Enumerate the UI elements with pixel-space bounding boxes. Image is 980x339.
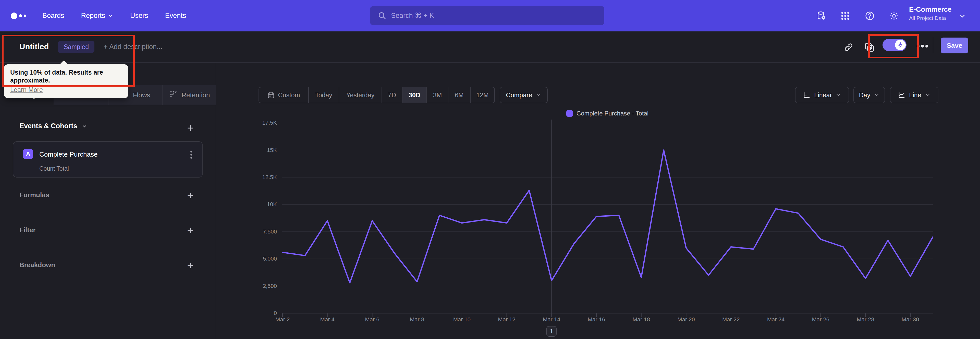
x-tick-label: Mar 4 (312, 316, 343, 323)
x-tick-label: Mar 24 (760, 316, 791, 323)
chevron-down-icon (925, 92, 931, 98)
event-card[interactable]: A Complete Purchase Count Total (13, 141, 203, 177)
y-tick-label: 5,000 (218, 256, 277, 262)
tab-label: Retention (181, 91, 210, 99)
sampling-toggle[interactable] (883, 39, 907, 51)
range-label: 7D (388, 91, 396, 99)
y-tick-label: 15K (218, 147, 277, 154)
range-6m[interactable]: 6M (449, 87, 471, 103)
x-tick-label: Mar 18 (626, 316, 657, 323)
nav-item-reports[interactable]: Reports (81, 12, 114, 20)
nav-item-label: Boards (42, 12, 64, 20)
range-3m[interactable]: 3M (427, 87, 449, 103)
sampled-badge[interactable]: Sampled (58, 41, 94, 53)
x-tick-label: Mar 8 (402, 316, 432, 323)
interval-dropdown[interactable]: Day (853, 87, 885, 103)
nav-item-boards[interactable]: Boards (42, 12, 64, 20)
date-range-selector: CustomTodayYesterday7D30D3M6M12M (259, 87, 495, 103)
interval-label: Day (859, 91, 870, 99)
chevron-down-icon (108, 13, 113, 19)
x-tick-label: Mar 6 (357, 316, 387, 323)
report-toolbar: Untitled Sampled + Add description... Sa… (0, 31, 980, 62)
chart-type-dropdown[interactable]: Line (890, 87, 939, 103)
search-icon (378, 11, 387, 20)
chart-type-label: Line (909, 91, 921, 99)
top-nav: BoardsReportsUsersEvents Search ⌘ + K E-… (0, 0, 980, 31)
range-custom[interactable]: Custom (259, 87, 309, 103)
event-letter-badge: A (23, 149, 33, 159)
x-tick-label: Mar 30 (895, 316, 926, 323)
range-7d[interactable]: 7D (382, 87, 402, 103)
line-chart-plot[interactable] (282, 118, 933, 319)
x-tick-label: Mar 14 (536, 316, 567, 323)
section-breakdown: Breakdown+ (0, 259, 216, 273)
app-window: BoardsReportsUsersEvents Search ⌘ + K E-… (0, 0, 980, 339)
y-tick-label: 2,500 (218, 283, 277, 289)
x-tick-label: Mar 16 (581, 316, 612, 323)
add-event-button[interactable]: + (185, 122, 196, 134)
range-yesterday[interactable]: Yesterday (339, 87, 382, 103)
range-label: Custom (278, 91, 300, 99)
y-tick-label: 0 (218, 310, 277, 317)
range-12m[interactable]: 12M (471, 87, 494, 103)
event-metric[interactable]: Count Total (39, 165, 69, 172)
line-chart-icon (898, 91, 905, 99)
event-menu-icon[interactable] (189, 150, 193, 160)
x-tick-label: Mar 22 (716, 316, 746, 323)
y-tick-label: 17.5K (218, 120, 277, 126)
range-today[interactable]: Today (309, 87, 339, 103)
add-description[interactable]: + Add description... (103, 43, 162, 51)
range-30d[interactable]: 30D (402, 87, 427, 103)
sampling-tooltip: Using 10% of data. Results are approxima… (4, 64, 128, 98)
retention-icon (169, 90, 178, 101)
y-tick-label: 10K (218, 201, 277, 208)
series-line[interactable] (283, 150, 933, 283)
save-button[interactable]: Save (941, 38, 968, 53)
project-switcher[interactable]: E-Commerce All Project Data (909, 6, 952, 21)
x-tick-label: Mar 26 (805, 316, 836, 323)
tab-label: Flows (133, 91, 150, 99)
nav-item-events[interactable]: Events (165, 12, 186, 20)
compare-dropdown[interactable]: Compare (500, 87, 548, 103)
report-title[interactable]: Untitled (19, 42, 49, 51)
range-label: 6M (455, 91, 464, 99)
help-icon[interactable] (865, 11, 875, 21)
add-filter-button[interactable]: + (185, 225, 196, 236)
project-name: E-Commerce (909, 6, 952, 14)
section-label: Filter (19, 226, 36, 234)
events-cohorts-header[interactable]: Events & Cohorts (19, 122, 88, 130)
legend-swatch (566, 110, 573, 117)
y-tick-label: 12.5K (218, 174, 277, 181)
x-tick-label: Mar 10 (447, 316, 477, 323)
event-name: Complete Purchase (39, 150, 97, 158)
mixpanel-logo-icon[interactable] (11, 13, 26, 19)
annotation-marker[interactable]: 1 (546, 326, 557, 337)
chevron-down-icon[interactable] (959, 12, 966, 20)
range-label: Yesterday (346, 91, 374, 99)
settings-gear-icon[interactable] (889, 11, 899, 21)
chevron-down-icon (874, 92, 880, 98)
scale-dropdown[interactable]: Linear (795, 87, 849, 103)
range-label: Today (315, 91, 332, 99)
events-cohorts-label: Events & Cohorts (19, 122, 77, 130)
x-tick-label: Mar 20 (671, 316, 701, 323)
range-label: 30D (409, 91, 420, 99)
section-formulas: Formulas+ (0, 189, 216, 203)
more-options-icon[interactable] (917, 45, 928, 48)
legend-item[interactable]: Complete Purchase - Total (282, 110, 933, 117)
x-tick-label: Mar 28 (850, 316, 881, 323)
section-label: Breakdown (19, 261, 55, 269)
nav-item-users[interactable]: Users (130, 12, 148, 20)
search-input[interactable]: Search ⌘ + K (370, 6, 605, 25)
add-to-board-icon[interactable] (864, 42, 875, 53)
copy-link-icon[interactable] (844, 42, 853, 52)
calendar-icon (267, 91, 275, 99)
apps-grid-icon[interactable] (840, 11, 850, 21)
data-management-icon[interactable] (816, 11, 826, 21)
search-placeholder: Search ⌘ + K (391, 11, 434, 20)
tab-retention[interactable]: Retention (162, 85, 216, 105)
learn-more-link[interactable]: Learn More (10, 86, 43, 93)
add-breakdown-button[interactable]: + (185, 259, 196, 271)
scale-label: Linear (814, 91, 832, 99)
add-formulas-button[interactable]: + (185, 190, 196, 201)
